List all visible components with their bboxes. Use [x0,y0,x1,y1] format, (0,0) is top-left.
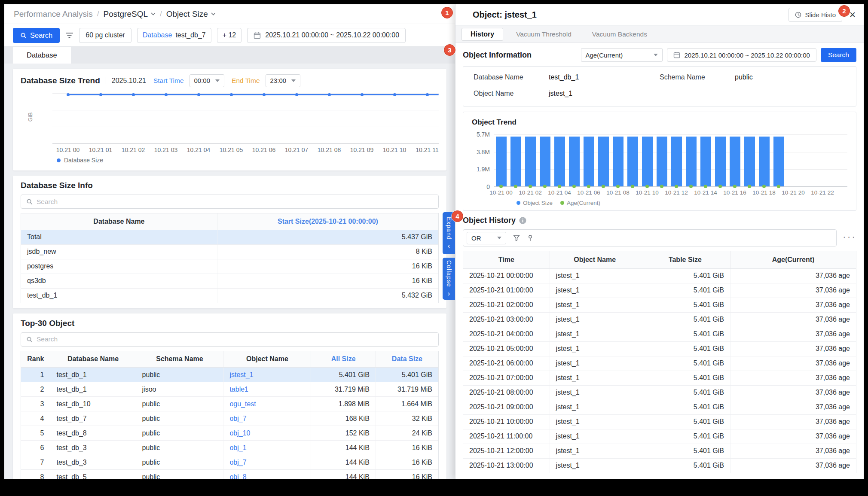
object-name-link[interactable]: obj_7 [229,415,246,422]
table-row[interactable]: 2025-10-21 08:00:00jstest_15.401 GiB37,0… [463,385,856,400]
table-row[interactable]: postgres16 KiB [21,259,438,274]
legend-item[interactable]: Age(Current) [560,200,600,206]
table-row[interactable]: 2025-10-21 03:00:00jstest_15.401 GiB37,0… [463,312,856,327]
table-row[interactable]: 2025-10-21 02:00:00jstest_15.401 GiB37,0… [463,298,856,312]
object-size-bar[interactable] [627,137,638,186]
tab-vacuum-backends[interactable]: Vacuum Backends [582,30,657,38]
data-point[interactable] [165,93,168,96]
data-point[interactable] [99,93,102,96]
object-size-bar[interactable] [759,137,770,186]
column-header-all_size[interactable]: All Size [311,351,376,368]
collapse-button[interactable]: Collapse › [443,258,455,300]
filter-icon[interactable] [65,32,73,39]
table-row[interactable]: jsdb_new8 KiB [21,244,438,259]
table-row[interactable]: 2025-10-21 04:00:00jstest_15.401 GiB37,0… [463,327,856,341]
object-size-bar[interactable] [671,137,682,186]
object-size-bar[interactable] [700,137,711,186]
funnel-icon[interactable] [513,234,520,241]
table-row[interactable]: test_db_15.432 GiB [21,288,438,303]
object-size-bar[interactable] [642,137,653,186]
search-button[interactable]: Search [13,28,60,43]
table-row[interactable]: 2025-10-21 13:00:00jstest_15.401 GiB37,0… [463,458,856,473]
operator-select[interactable]: OR [467,232,506,244]
table-row[interactable]: 2025-10-21 10:00:00jstest_15.401 GiB37,0… [463,414,856,429]
object-size-bar[interactable] [525,137,536,186]
table-row[interactable]: qs3db16 KiB [21,274,438,288]
tab-database[interactable]: Database [13,47,71,64]
column-header-data_size[interactable]: Data Size [376,351,438,368]
start-time-select[interactable]: 00:00 [189,74,225,87]
table-row[interactable]: 2025-10-21 07:00:00jstest_15.401 GiB37,0… [463,371,856,385]
object-size-bar[interactable] [598,137,609,186]
data-point[interactable] [132,93,135,96]
legend-item[interactable]: Object Size [517,200,553,206]
data-point[interactable] [328,93,331,96]
table-row[interactable]: 2025-10-21 00:00:00jstest_15.401 GiB37,0… [463,268,856,283]
object-name-link[interactable]: obj_8 [229,473,246,479]
data-point[interactable] [230,93,233,96]
data-point[interactable] [197,93,200,96]
object-size-bar[interactable] [744,137,755,186]
object-size-bar[interactable] [510,137,521,186]
table-row[interactable]: 3test_db_10publicogu_test1.898 MiB1.664 … [21,397,438,411]
data-point[interactable] [295,93,298,96]
table-row[interactable]: 4test_db_7publicobj_7168 KiB32 KiB [21,411,438,426]
more-options-icon[interactable]: ··· [843,232,856,244]
data-point[interactable] [67,93,70,96]
table-row[interactable]: 7test_db_3publicobj_7144 KiB16 KiB [21,455,438,470]
object-size-bar[interactable] [584,137,594,186]
date-range-picker[interactable]: 2025.10.21 00:00:00 ~ 2025.10.22 00:00:0… [247,28,406,43]
pin-icon[interactable] [527,234,534,241]
table-row[interactable]: 2025-10-21 06:00:00jstest_15.401 GiB37,0… [463,356,856,371]
object-size-bar[interactable] [773,137,784,186]
object-size-bar[interactable] [730,137,740,186]
object-name-link[interactable]: obj_1 [229,444,246,451]
object-size-bar[interactable] [613,137,623,186]
cluster-select-button[interactable]: 60 pg cluster [79,28,131,43]
tab-history[interactable]: History [462,28,503,41]
drawer-date-range-picker[interactable]: 2025.10.21 00:00:00 ~ 2025.10.22 00:00:0… [667,48,816,62]
table-row[interactable]: 5test_db_8publicobj_10152 KiB24 KiB [21,426,438,441]
metric-select[interactable]: Age(Current) [581,48,663,62]
data-point[interactable] [361,93,364,96]
table-row[interactable]: 2025-10-21 12:00:00jstest_15.401 GiB37,0… [463,444,856,458]
object-size-bar[interactable] [540,137,550,186]
slide-history-button[interactable]: Slide Histo [789,8,842,22]
object-name-link[interactable]: table1 [229,386,248,393]
table-row[interactable]: 1test_db_1publicjstest_15.401 GiB5.401 G… [21,368,438,382]
database-filter-chip[interactable]: Database test_db_7 [137,28,211,43]
table-row[interactable]: 2test_db_1jisootable131.719 MiB31.719 Mi… [21,382,438,397]
object-size-bar[interactable] [715,137,726,186]
data-point[interactable] [426,93,429,96]
search-input[interactable] [37,198,433,206]
breadcrumb-object-size-menu[interactable]: Object Size [166,9,216,19]
table-row[interactable]: 2025-10-21 09:00:00jstest_15.401 GiB37,0… [463,400,856,414]
object-size-bar[interactable] [554,137,565,186]
data-point[interactable] [393,93,396,96]
object-name-link[interactable]: obj_7 [229,459,246,466]
close-icon[interactable]: ✕ [849,10,856,20]
breadcrumb-postgresql-menu[interactable]: PostgreSQL [103,9,156,19]
table-row[interactable]: 2025-10-21 11:00:00jstest_15.401 GiB37,0… [463,429,856,444]
table-row[interactable]: 2025-10-21 01:00:00jstest_15.401 GiB37,0… [463,283,856,298]
drawer-search-button[interactable]: Search [821,48,856,62]
table-row[interactable]: 8test_db_5publicobj_8144 KiB16 KiB [21,470,438,479]
object-name-link[interactable]: jstest_1 [229,371,253,378]
tab-vacuum-threshold[interactable]: Vacuum Threshold [506,30,582,38]
object-name-link[interactable]: obj_10 [229,429,250,437]
table-row[interactable]: 6test_db_3publicobj_1144 KiB16 KiB [21,441,438,455]
column-header-size[interactable]: Start Size(2025-10-21 00:00:00) [217,213,438,230]
chart-legend[interactable]: Database Size [57,156,439,164]
object-size-bar[interactable] [496,137,507,186]
object-size-bar[interactable] [657,137,667,186]
chart-legend[interactable]: Object SizeAge(Current) [517,199,847,207]
object-size-bar[interactable] [569,137,580,186]
info-icon[interactable] [519,217,526,224]
end-time-select[interactable]: 23:00 [266,74,301,87]
data-point[interactable] [263,93,266,96]
search-input[interactable] [37,335,433,343]
object-name-link[interactable]: ogu_test [229,400,256,408]
more-filters-chip[interactable]: + 12 [217,28,242,43]
table-row[interactable]: Total5.437 GiB [21,230,438,244]
object-size-bar[interactable] [686,137,697,186]
